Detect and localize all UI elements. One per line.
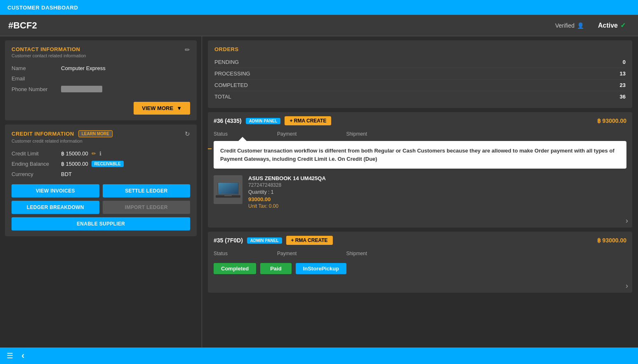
product-name-1: ASUS ZENBOOK 14 UM425QA bbox=[248, 175, 626, 181]
order-card-2: #35 (7F0D) ADMIN PANEL + RMA CREATE ฿ 93… bbox=[208, 232, 632, 293]
dropdown-arrow-icon: ▼ bbox=[177, 105, 182, 111]
back-icon[interactable]: ‹ bbox=[21, 350, 24, 361]
credit-info-subtitle: Customer credit related information bbox=[12, 139, 190, 143]
enable-supplier-button[interactable]: ENABLE SUPPLIER bbox=[12, 217, 190, 230]
view-more-button[interactable]: VIEW MORE ▼ bbox=[134, 102, 190, 115]
contact-info-card: CONTACT INFORMATION Customer contact rel… bbox=[5, 40, 197, 120]
svg-rect-2 bbox=[218, 183, 238, 194]
total-label: TOTAL bbox=[214, 94, 231, 100]
status-col-label-2: Status bbox=[214, 251, 228, 256]
payment-col-label-2: Payment bbox=[277, 251, 297, 256]
product-sku-1: 727247248328 bbox=[248, 182, 626, 188]
credit-info-card: CREDIT INFORMATION LEARN MORE ↻ Customer… bbox=[5, 124, 197, 236]
instore-badge: InStorePickup bbox=[296, 263, 346, 274]
orders-section: ORDERS PENDING 0 PROCESSING 13 COMPLETED… bbox=[208, 40, 632, 108]
orders-title: ORDERS bbox=[214, 46, 626, 52]
phone-label: Phone Number bbox=[12, 86, 61, 92]
order-2-expand-icon[interactable]: › bbox=[208, 279, 632, 293]
order-1-expand-icon[interactable]: › bbox=[208, 214, 632, 228]
name-label: Name bbox=[12, 65, 61, 71]
name-row: Name Computer Express bbox=[12, 63, 190, 73]
phone-value-blurred bbox=[61, 86, 102, 92]
credit-limit-value-area: ฿ 15000.00 ✏ ℹ bbox=[61, 150, 101, 157]
active-check-icon: ✓ bbox=[620, 21, 626, 29]
order-1-id-area: #36 (4335) ADMIN PANEL + RMA CREATE bbox=[214, 116, 331, 125]
rma-create-button-2[interactable]: + RMA CREATE bbox=[286, 236, 333, 245]
order-2-columns: Status Payment Shipment bbox=[208, 249, 632, 260]
app-title: CUSTOMER DASHBOARD bbox=[7, 5, 78, 11]
ledger-breakdown-button[interactable]: LEDGER BREAKDOWN bbox=[12, 201, 99, 214]
contact-info-subtitle: Customer contact related information bbox=[12, 53, 86, 58]
total-stat: TOTAL 36 bbox=[214, 91, 626, 102]
processing-stat: PROCESSING 13 bbox=[214, 68, 626, 80]
email-row: Email bbox=[12, 73, 190, 84]
order-1-admin-badge: ADMIN PANEL bbox=[246, 118, 281, 124]
ending-balance-row: Ending Balance ฿ 15000.00 RECEIVABLE bbox=[12, 159, 190, 169]
settle-ledger-button[interactable]: SETTLE LEDGER bbox=[103, 184, 191, 197]
ending-balance-label: Ending Balance bbox=[12, 161, 61, 167]
total-value: 36 bbox=[620, 94, 626, 100]
order-2-status-badges: Completed Paid InStorePickup bbox=[208, 260, 632, 279]
pending-label: PENDING bbox=[214, 59, 239, 65]
credit-actions-grid: VIEW INVOICES SETTLE LEDGER LEDGER BREAK… bbox=[12, 184, 190, 230]
credit-info-icon[interactable]: ℹ bbox=[99, 150, 101, 157]
view-more-label: VIEW MORE bbox=[142, 105, 173, 111]
view-invoices-button[interactable]: VIEW INVOICES bbox=[12, 184, 99, 197]
verified-label: Verified bbox=[555, 22, 574, 29]
left-panel: CONTACT INFORMATION Customer contact rel… bbox=[0, 36, 202, 348]
product-price-1: 93000.00 bbox=[248, 196, 626, 202]
credit-limit-value: ฿ 15000.00 bbox=[61, 150, 88, 157]
rma-create-button-1[interactable]: + RMA CREATE bbox=[285, 116, 331, 125]
contact-info-title: CONTACT INFORMATION bbox=[12, 46, 86, 52]
bottom-bar: ☰ ‹ bbox=[0, 348, 638, 364]
processing-value: 13 bbox=[620, 70, 626, 77]
svg-rect-4 bbox=[224, 195, 232, 196]
product-qty-1: Quantity : 1 bbox=[248, 189, 626, 195]
product-row-1: ASUS ZENBOOK 14 UM425QA 727247248328 Qua… bbox=[208, 171, 632, 214]
completed-value: 23 bbox=[620, 82, 626, 88]
ending-balance-value-area: ฿ 15000.00 RECEIVABLE bbox=[61, 161, 124, 167]
order-card-1-header: #36 (4335) ADMIN PANEL + RMA CREATE ฿ 93… bbox=[208, 112, 632, 129]
receivable-badge: RECEIVABLE bbox=[92, 161, 124, 167]
order-2-id: #35 (7F0D) bbox=[214, 237, 243, 244]
completed-badge: Completed bbox=[214, 263, 256, 274]
phone-row: Phone Number bbox=[12, 84, 190, 94]
ending-balance-value: ฿ 15000.00 bbox=[61, 161, 88, 167]
import-ledger-button: IMPORT LEDGER bbox=[103, 201, 191, 214]
order-2-id-area: #35 (7F0D) ADMIN PANEL + RMA CREATE bbox=[214, 236, 333, 245]
paid-badge: Paid bbox=[260, 263, 291, 274]
product-info-1: ASUS ZENBOOK 14 UM425QA 727247248328 Qua… bbox=[248, 175, 626, 209]
active-status: Active ✓ bbox=[594, 20, 630, 31]
pending-value: 0 bbox=[623, 59, 626, 65]
right-panel: ORDERS PENDING 0 PROCESSING 13 COMPLETED… bbox=[202, 36, 638, 348]
credit-tooltip: Credit Customer transaction workflow is … bbox=[214, 141, 626, 169]
product-thumbnail-1 bbox=[214, 175, 242, 204]
credit-limit-label: Credit Limit bbox=[12, 150, 61, 157]
refresh-icon[interactable]: ↻ bbox=[185, 130, 190, 138]
learn-more-badge[interactable]: LEARN MORE bbox=[78, 130, 113, 137]
pending-stat: PENDING 0 bbox=[214, 56, 626, 68]
sub-header: #BCF2 Verified 👤 Active ✓ bbox=[0, 15, 638, 36]
completed-label: COMPLETED bbox=[214, 82, 248, 88]
active-label: Active bbox=[598, 22, 618, 29]
processing-label: PROCESSING bbox=[214, 70, 250, 77]
status-area: Verified 👤 Active ✓ bbox=[555, 20, 630, 31]
record-id: #BCF2 bbox=[8, 20, 37, 31]
order-card-2-header: #35 (7F0D) ADMIN PANEL + RMA CREATE ฿ 93… bbox=[208, 232, 632, 249]
order-card-1: #36 (4335) ADMIN PANEL + RMA CREATE ฿ 93… bbox=[208, 112, 632, 228]
top-bar: CUSTOMER DASHBOARD bbox=[0, 0, 638, 15]
credit-limit-row: Credit Limit ฿ 15000.00 ✏ ℹ bbox=[12, 148, 190, 159]
name-value: Computer Express bbox=[61, 65, 106, 71]
currency-label: Currency bbox=[12, 171, 61, 177]
email-label: Email bbox=[12, 75, 61, 82]
order-1-amount: ฿ 93000.00 bbox=[597, 117, 626, 124]
product-tax-1: Unit Tax: 0.00 bbox=[248, 203, 626, 209]
order-2-amount: ฿ 93000.00 bbox=[597, 237, 626, 244]
shipment-col-label: Shipment bbox=[346, 131, 367, 137]
credit-edit-icon[interactable]: ✏ bbox=[92, 150, 96, 157]
status-col-label: Status bbox=[214, 131, 228, 137]
completed-stat: COMPLETED 23 bbox=[214, 80, 626, 91]
edit-icon[interactable]: ✏ bbox=[185, 46, 190, 54]
verified-icon: 👤 bbox=[577, 22, 584, 29]
menu-icon[interactable]: ☰ bbox=[7, 351, 13, 360]
